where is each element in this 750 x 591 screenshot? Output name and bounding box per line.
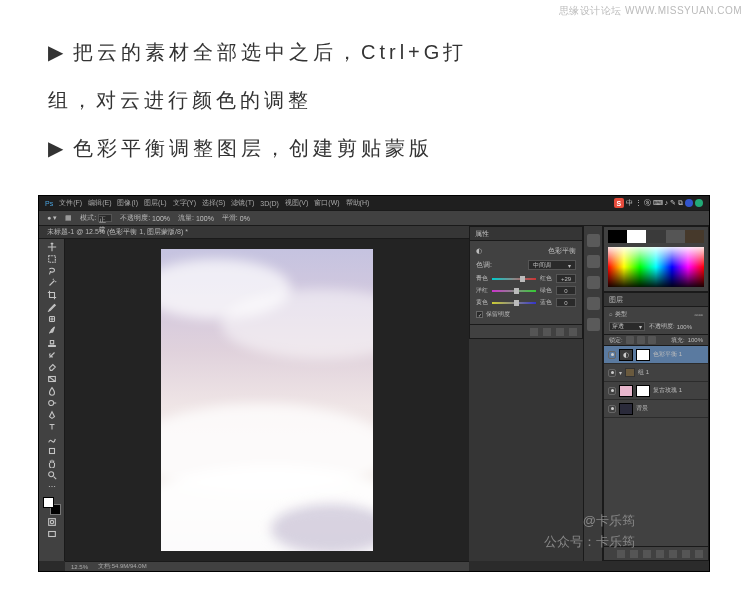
adj-name: 色彩平衡 (548, 246, 576, 256)
heal-tool-icon[interactable] (46, 313, 57, 324)
visibility-icon[interactable] (608, 405, 616, 413)
stamp-tool-icon[interactable] (46, 337, 57, 348)
mask-icon[interactable] (643, 550, 651, 558)
lock-label: 锁定: (609, 336, 623, 345)
dock-icon[interactable] (587, 234, 600, 247)
new-icon[interactable] (682, 550, 690, 558)
hand-tool-icon[interactable] (46, 457, 57, 468)
canvas-area[interactable] (65, 239, 469, 561)
blend-select[interactable]: 穿透▾ (609, 322, 645, 331)
smooth-value[interactable]: 0% (240, 215, 250, 222)
menu-layer[interactable]: 图层(L) (144, 198, 167, 208)
chevron-down-icon[interactable]: ▾ (619, 369, 622, 376)
lp-opacity[interactable]: 100% (677, 324, 692, 330)
lock-icon[interactable] (648, 336, 656, 344)
clip-icon[interactable] (530, 328, 538, 336)
dock-icon[interactable] (587, 318, 600, 331)
attrib-line1: @卡乐筠 (544, 511, 635, 532)
brush-preset-icon[interactable]: ▦ (65, 214, 72, 222)
move-tool-icon[interactable] (46, 241, 57, 252)
dodge-tool-icon[interactable] (46, 397, 57, 408)
ime-dot-icon (685, 199, 693, 207)
menu-help[interactable]: 帮助(H) (346, 198, 370, 208)
menu-window[interactable]: 窗口(W) (314, 198, 339, 208)
flow-value[interactable]: 100% (196, 215, 214, 222)
tone-select[interactable]: 中间调▾ (528, 260, 576, 270)
mg-value[interactable]: 0 (556, 286, 576, 295)
brush-thumb-icon[interactable]: ● ▾ (47, 214, 57, 222)
ime-indicator[interactable]: S 中 ⋮ ⓢ ⌨ ♪ ✎ ⧉ (614, 196, 703, 210)
properties-tab[interactable]: 属性 (475, 229, 489, 239)
menu-edit[interactable]: 编辑(E) (88, 198, 111, 208)
crop-tool-icon[interactable] (46, 289, 57, 300)
menu-view[interactable]: 视图(V) (285, 198, 308, 208)
lasso-tool-icon[interactable] (46, 265, 57, 276)
menu-filter[interactable]: 滤镜(T) (231, 198, 254, 208)
layer-row[interactable]: 复古玫瑰 1 (604, 382, 708, 400)
eye-icon[interactable] (543, 328, 551, 336)
menu-select[interactable]: 选择(S) (202, 198, 225, 208)
quickmask-icon[interactable] (46, 516, 57, 527)
fg-color-icon (43, 497, 54, 508)
red-label: 红色 (540, 274, 552, 283)
gradient-tool-icon[interactable] (46, 373, 57, 384)
menu-file[interactable]: 文件(F) (59, 198, 82, 208)
bullet-arrow-icon: ▶ (48, 124, 67, 172)
article-line-2: 色彩平衡调整图层，创建剪贴蒙版 (73, 137, 433, 159)
zoom-tool-icon[interactable] (46, 469, 57, 480)
path-tool-icon[interactable] (46, 433, 57, 444)
yb-slider[interactable] (492, 302, 536, 304)
edit-toolbar-icon[interactable]: ⋯ (46, 481, 57, 492)
pen-tool-icon[interactable] (46, 409, 57, 420)
menu-image[interactable]: 图像(I) (117, 198, 138, 208)
opacity-value[interactable]: 100% (152, 215, 170, 222)
lock-icon[interactable] (626, 336, 634, 344)
screenmode-icon[interactable] (46, 528, 57, 539)
swatch-strip[interactable] (608, 230, 704, 243)
dock-icon[interactable] (587, 255, 600, 268)
kind-filter[interactable]: ⌕ 类型 (609, 310, 627, 319)
preserve-checkbox[interactable]: ✓ (476, 311, 483, 318)
group-icon[interactable] (669, 550, 677, 558)
shape-tool-icon[interactable] (46, 445, 57, 456)
layers-tab[interactable]: 图层 (609, 295, 623, 305)
cr-slider[interactable] (492, 278, 536, 280)
trash-icon[interactable] (695, 550, 703, 558)
adj-icon[interactable] (656, 550, 664, 558)
marquee-tool-icon[interactable] (46, 253, 57, 264)
trash-icon[interactable] (569, 328, 577, 336)
fill-value[interactable]: 100% (688, 337, 703, 343)
zoom-level[interactable]: 12.5% (71, 564, 88, 570)
brush-tool-icon[interactable] (46, 325, 57, 336)
visibility-icon[interactable] (608, 351, 616, 359)
history-brush-tool-icon[interactable] (46, 349, 57, 360)
dock-icon[interactable] (587, 276, 600, 289)
lock-icon[interactable] (637, 336, 645, 344)
menu-3d[interactable]: 3D(D) (260, 200, 279, 207)
svg-point-5 (48, 471, 53, 476)
hue-picker[interactable] (608, 247, 704, 287)
eraser-tool-icon[interactable] (46, 361, 57, 372)
visibility-icon[interactable] (608, 369, 616, 377)
layer-row[interactable]: ▾组 1 (604, 364, 708, 382)
menu-type[interactable]: 文字(Y) (173, 198, 196, 208)
ime-text: 中 ⋮ ⓢ ⌨ ♪ ✎ ⧉ (626, 198, 683, 208)
bullet-arrow-icon: ▶ (48, 28, 67, 76)
layer-row[interactable]: 背景 (604, 400, 708, 418)
eyedropper-tool-icon[interactable] (46, 301, 57, 312)
ime-dot-icon (695, 199, 703, 207)
mode-select[interactable]: 正常 (98, 214, 112, 222)
opacity-label: 不透明度: (649, 322, 675, 331)
blur-tool-icon[interactable] (46, 385, 57, 396)
reset-icon[interactable] (556, 328, 564, 336)
dock-icon[interactable] (587, 297, 600, 310)
color-swatches[interactable] (43, 497, 61, 515)
wand-tool-icon[interactable] (46, 277, 57, 288)
layer-thumb-icon (619, 385, 633, 397)
visibility-icon[interactable] (608, 387, 616, 395)
layer-row[interactable]: ◐色彩平衡 1 (604, 346, 708, 364)
mg-slider[interactable] (492, 290, 536, 292)
type-tool-icon[interactable] (46, 421, 57, 432)
cr-value[interactable]: +29 (556, 274, 576, 283)
yb-value[interactable]: 0 (556, 298, 576, 307)
